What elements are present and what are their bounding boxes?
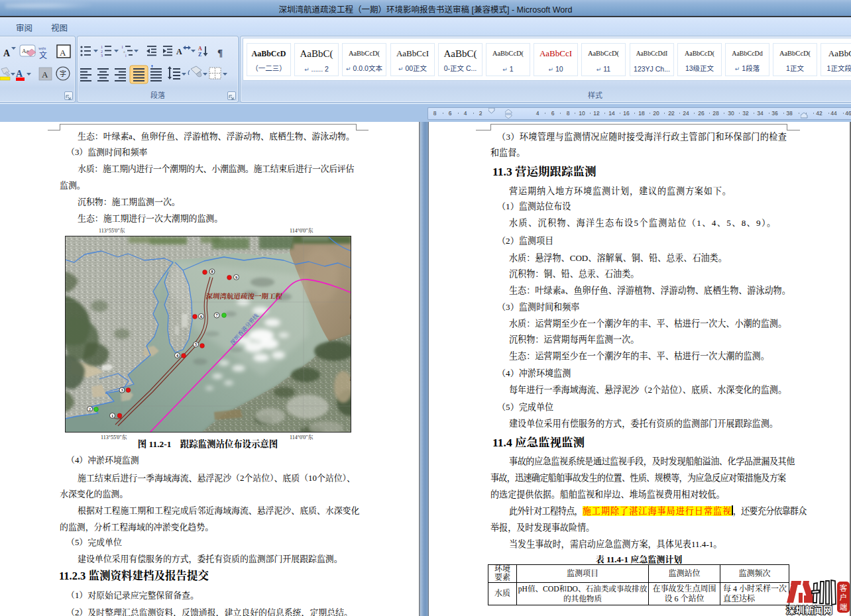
svg-text:2: 2 <box>101 50 103 54</box>
svg-text:A: A <box>60 48 66 58</box>
svg-text:A: A <box>198 46 202 52</box>
svg-text:1: 1 <box>121 45 123 49</box>
svg-text:4: 4 <box>176 353 178 358</box>
svg-text:2: 2 <box>89 407 91 411</box>
svg-text:A: A <box>3 48 11 58</box>
svg-text:A: A <box>16 69 23 79</box>
svg-text:3: 3 <box>121 387 123 392</box>
svg-text:深圳湾航道疏浚一期工程: 深圳湾航道疏浚一期工程 <box>205 292 283 300</box>
svg-text:客: 客 <box>840 584 848 592</box>
svg-text:6: 6 <box>200 314 202 319</box>
svg-text:¶: ¶ <box>217 48 223 58</box>
svg-text:1: 1 <box>111 413 113 418</box>
svg-text:9: 9 <box>235 275 237 280</box>
svg-text:深圳新闻网: 深圳新闻网 <box>786 605 832 615</box>
svg-text:端: 端 <box>840 603 848 611</box>
svg-text:户: 户 <box>840 593 848 601</box>
svg-text:5: 5 <box>195 342 197 346</box>
svg-text:A: A <box>42 70 48 79</box>
svg-text:3: 3 <box>101 54 103 58</box>
svg-text:A: A <box>176 47 182 56</box>
svg-text:1: 1 <box>101 45 103 49</box>
svg-text:Z: Z <box>198 52 201 58</box>
svg-text:字: 字 <box>60 68 66 78</box>
svg-text:7: 7 <box>215 313 217 317</box>
svg-text:i: i <box>125 54 127 58</box>
svg-text:8: 8 <box>211 269 213 274</box>
svg-text:文: 文 <box>39 49 47 60</box>
svg-text:a: a <box>123 50 125 54</box>
